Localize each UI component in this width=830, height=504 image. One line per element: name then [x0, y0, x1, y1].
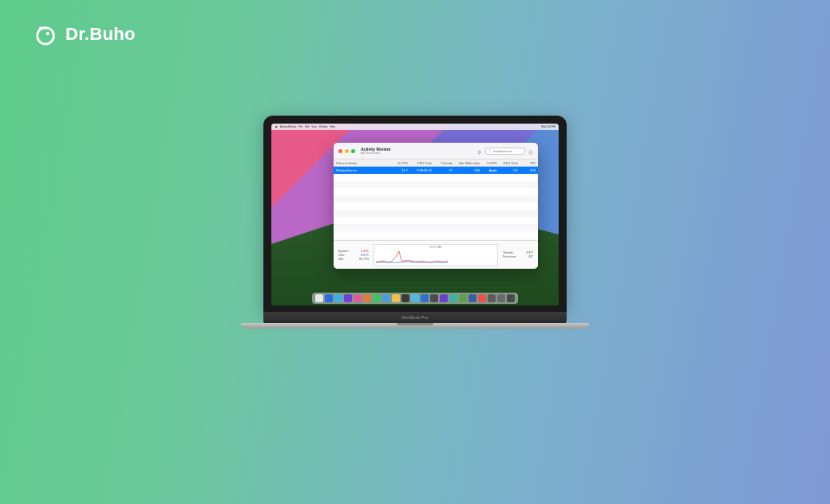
toolbar-right: windowserver	[477, 144, 533, 158]
brand-name: Dr.Buho	[65, 24, 136, 45]
idle-value: 87.71%	[359, 258, 369, 261]
window-title-block: Activity Monitor All Processes	[361, 148, 391, 155]
stop-process-icon[interactable]	[477, 144, 482, 158]
user-label: User:	[338, 254, 345, 257]
menubar-help[interactable]: Help	[330, 125, 334, 129]
dock-app-icon[interactable]	[315, 294, 323, 302]
svg-point-1	[46, 32, 49, 35]
cell-cpu: 11.7	[389, 168, 410, 172]
menubar-left: Activity Monitor File Edit View Window H…	[275, 125, 335, 129]
dock-app-icon[interactable]	[459, 294, 467, 302]
processes-label: Processes:	[503, 255, 516, 258]
cell-idle-wake: 153	[455, 168, 482, 172]
cell-process-name: WindowServer	[334, 168, 389, 172]
cell-pid: 378	[520, 168, 538, 172]
menubar-clock[interactable]: Wed 3:42 PM	[541, 125, 555, 128]
threads-label: Threads:	[503, 251, 514, 254]
svg-point-0	[38, 28, 54, 45]
cpu-footer: System:3.45% User:8.87% Idle:87.71% CPU …	[334, 240, 538, 269]
dock-app-icon[interactable]	[430, 294, 438, 302]
cpu-load-chart: CPU LOAD	[374, 244, 498, 266]
screen-bezel: Activity Monitor File Edit View Window H…	[263, 116, 567, 312]
table-body-empty	[334, 174, 538, 240]
info-icon[interactable]	[528, 144, 533, 158]
maximize-button[interactable]	[351, 149, 355, 153]
system-value: 3.45%	[361, 250, 369, 253]
svg-marker-2	[479, 151, 481, 154]
dock-app-icon[interactable]	[507, 294, 515, 302]
menubar-view[interactable]: View	[311, 125, 316, 129]
idle-label: Idle:	[338, 258, 344, 261]
user-value: 8.87%	[361, 254, 369, 257]
dock-app-icon[interactable]	[468, 294, 476, 302]
svg-point-7	[531, 152, 532, 152]
chart-sparkline-icon	[376, 250, 448, 264]
dock-app-icon[interactable]	[449, 294, 457, 302]
menubar-edit[interactable]: Edit	[305, 125, 309, 129]
activity-monitor-window: Activity Monitor All Processes windowser…	[334, 143, 538, 269]
desktop-screen: Activity Monitor File Edit View Window H…	[271, 124, 559, 305]
laptop-model-label: MacBook Pro	[401, 315, 428, 320]
svg-point-3	[489, 150, 491, 152]
search-icon	[488, 149, 492, 152]
traffic-lights	[338, 149, 355, 153]
search-field[interactable]: windowserver	[485, 148, 525, 155]
dock-app-icon[interactable]	[401, 294, 409, 302]
dock-app-icon[interactable]	[392, 294, 400, 302]
cell-gpu-time: 0.1	[500, 168, 520, 172]
col-gpu[interactable]: % GPU	[482, 161, 500, 165]
menubar-app-name[interactable]: Activity Monitor	[280, 125, 296, 129]
dock-app-icon[interactable]	[334, 294, 342, 302]
laptop-notch	[397, 323, 433, 325]
macos-menubar[interactable]: Activity Monitor File Edit View Window H…	[271, 124, 559, 130]
apple-menu-icon[interactable]	[275, 125, 278, 129]
threads-value: 3,377	[526, 251, 533, 254]
minimize-button[interactable]	[345, 149, 349, 153]
col-gpu-time[interactable]: GPU Time	[500, 161, 520, 165]
cell-cpu-time: 7:58:31.11	[410, 168, 434, 172]
window-titlebar[interactable]: Activity Monitor All Processes windowser…	[334, 143, 538, 159]
macos-dock[interactable]	[312, 293, 518, 304]
cell-threads: 21	[434, 168, 455, 172]
footer-stats-left: System:3.45% User:8.87% Idle:87.71%	[338, 250, 369, 261]
dock-app-icon[interactable]	[354, 294, 362, 302]
footer-stats-right: Threads:3,377 Processes:497	[503, 251, 533, 258]
close-button[interactable]	[338, 149, 342, 153]
table-row-selected[interactable]: WindowServer 11.7 7:58:31.11 21 153 Appl…	[334, 167, 538, 174]
laptop-mockup: Activity Monitor File Edit View Window H…	[263, 116, 567, 329]
chart-label: CPU LOAD	[429, 246, 441, 249]
col-cpu[interactable]: % CPU	[389, 161, 410, 165]
dock-app-icon[interactable]	[440, 294, 448, 302]
dock-app-icon[interactable]	[421, 294, 429, 302]
window-subtitle: All Processes	[361, 152, 391, 155]
col-threads[interactable]: Threads	[434, 161, 455, 165]
col-pid[interactable]: PID	[520, 161, 538, 165]
menubar-right: Wed 3:42 PM	[541, 125, 555, 128]
dock-app-icon[interactable]	[363, 294, 371, 302]
system-label: System:	[338, 250, 349, 253]
col-idle-wake[interactable]: Idle Wake Ups	[455, 161, 482, 165]
col-cpu-time[interactable]: CPU Time	[410, 161, 434, 165]
menubar-window[interactable]: Window	[319, 125, 328, 129]
laptop-foot	[241, 323, 589, 329]
menubar-file[interactable]: File	[298, 125, 302, 129]
processes-value: 497	[528, 255, 533, 258]
brand-logo: Dr.Buho	[34, 22, 136, 46]
col-process-name[interactable]: Process Name	[334, 161, 389, 165]
dock-app-icon[interactable]	[373, 294, 381, 302]
svg-line-4	[491, 152, 492, 152]
dock-app-icon[interactable]	[325, 294, 333, 302]
search-text: windowserver	[493, 149, 512, 153]
laptop-base: MacBook Pro	[263, 312, 567, 323]
dock-app-icon[interactable]	[344, 294, 352, 302]
dock-app-icon[interactable]	[382, 294, 390, 302]
owl-icon	[34, 22, 57, 46]
dock-app-icon[interactable]	[497, 294, 505, 302]
cell-gpu: Apple	[482, 168, 500, 172]
column-headers[interactable]: Process Name % CPU CPU Time Threads Idle…	[334, 159, 538, 167]
dock-app-icon[interactable]	[478, 294, 486, 302]
dock-app-icon[interactable]	[411, 294, 419, 302]
dock-app-icon[interactable]	[488, 294, 496, 302]
